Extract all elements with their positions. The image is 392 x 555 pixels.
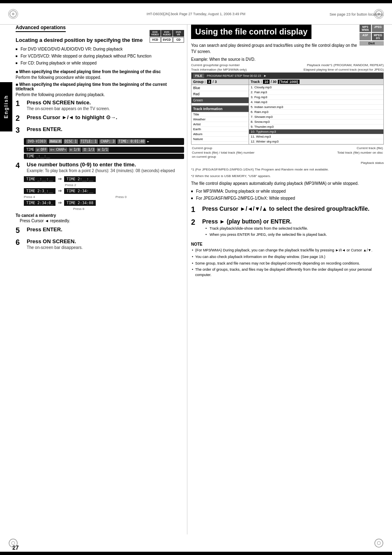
group-total: 3 — [215, 80, 217, 84]
disc-type-list: For DVD VIDEO/DVD AUDIO/DVD VR: During p… — [16, 46, 184, 66]
press-label-2a: Press 4 — [24, 195, 35, 199]
divx-badge: DivX — [360, 41, 384, 46]
step-5-title: Press ENTER. — [27, 226, 184, 233]
display-bottom-labels: Current group Current track (file) — [191, 146, 384, 150]
note-list: (For MP3/WMA) During playback, you can c… — [191, 248, 384, 277]
fcd-group-panel: Group : 3 / 3 Blue Red Green Track Infor… — [191, 79, 249, 144]
step-6: 6 Press ON SCREEN. The on-screen bar dis… — [16, 238, 184, 250]
track-header: Track : 10 / 30 (Total 1000) — [249, 79, 383, 85]
note-2: You can also check playback information … — [191, 254, 384, 260]
left-column: Advanced operations Locating a desired p… — [16, 25, 184, 253]
misentry-desc: Press Cursor ◄ repeatedly. — [20, 219, 184, 223]
time-to-2: TIME 2:34:__ — [64, 188, 96, 194]
track-1: 1. Cloudy.mp3 — [249, 85, 383, 90]
file-control-intro: You can search and play desired groups a… — [191, 42, 384, 55]
step-3: 3 Press ENTER. — [16, 126, 184, 135]
osd-time-label: TIME — [26, 148, 34, 152]
group-label: Current group/total group number — [191, 63, 240, 67]
track-8: 8. Snow.mp3 — [249, 120, 383, 124]
cd-bullet: For CD: During playback or while stopped — [16, 60, 184, 66]
big-step-2: 2 Press ► (play button) or ENTER. Track … — [191, 218, 384, 238]
time-from-2: TIME 2:3_:__ — [24, 188, 55, 194]
time-example-2: TIME 2:3_:__ ⇒ TIME 2:34:__ — [24, 188, 184, 194]
group-item-red: Red — [191, 91, 249, 97]
auto-display-text: The file control display appears automat… — [191, 180, 384, 187]
file-control-display: FILE PROGRAM REPEAT STEP Time 00:02:15 ►… — [191, 72, 384, 145]
big-step-1: 1 Press Cursor ►/◄/▼/▲ to select the des… — [191, 205, 384, 214]
track-header-text: Track : — [251, 80, 262, 84]
dvd-video-badge: DVDVIDEO — [150, 30, 161, 37]
svg-point-4 — [9, 539, 17, 547]
elapsed-title-title: ■ When specifying the elapsed playing ti… — [16, 82, 184, 91]
track-10: 10. Typhoon.mp3 — [249, 129, 383, 134]
time-example-1: TIME _:__:__ ⇒ TIME 2:__:__ — [24, 176, 184, 182]
cd-badge: CD — [173, 37, 184, 43]
press-label-3: Press 8 — [73, 207, 184, 211]
file-control-title: Using the file control display — [191, 25, 311, 39]
step-1-number: 1 — [16, 99, 24, 108]
page-container: IHT-D6030[JN].book Page 27 Tuesday, Augu… — [0, 0, 392, 555]
note-title: NOTE — [191, 242, 384, 246]
step-4-desc: Example: To play back from a point 2 (ho… — [27, 168, 184, 173]
svg-point-7 — [377, 541, 380, 545]
fcd-top-bar: FILE PROGRAM REPEAT STEP Time 00:02:15 ► — [191, 73, 383, 79]
sub-bullet-2: When you press ENTER for JPEG, only the … — [205, 232, 383, 237]
step-5-number: 5 — [16, 226, 24, 235]
corner-dec-bottom-left — [8, 538, 18, 549]
playback-mode-label: Playback mode*1 (PROGRAM, RANDOM, REPEAT… — [307, 63, 384, 67]
big-step-2-title: Press ► (play button) or ENTER. — [202, 218, 383, 225]
osd-baby: Baby D — [49, 139, 62, 143]
step-2-number: 2 — [16, 114, 24, 123]
total-track-disc-label: Total track (file) number on disc — [337, 151, 383, 159]
step-1-desc: The on-screen bar appears on the TV scre… — [27, 106, 184, 111]
column-divider — [187, 25, 187, 534]
playback-status-label: Playback status — [191, 161, 384, 165]
track-12: 12. Winter sky.mp3 — [249, 139, 383, 144]
track-7: 7. Shower.mp3 — [249, 115, 383, 120]
track-info-label: Track information (for MP3/WMA only) — [191, 68, 247, 71]
misentry-title: To cancel a misentry — [16, 213, 184, 218]
top-border — [0, 0, 392, 3]
current-group-bottom: Current group — [192, 146, 212, 150]
track-total: (Total 1000) — [278, 80, 300, 84]
track-11: 11. Wind.mp3 — [249, 134, 383, 139]
vcd-bullet: For VCD/SVCD: While stopped or during pl… — [16, 53, 184, 59]
elapsed-title-section: ■ When specifying the elapsed playing ti… — [16, 82, 184, 97]
dvd-bullet: For DVD VIDEO/DVD AUDIO/DVD VR: During p… — [16, 46, 184, 52]
step-3-title: Press ENTER. — [27, 126, 184, 132]
track-9: 9. Thunder.mp3 — [249, 124, 383, 129]
mp3-bullet: For MP3/WMA: During playback or while st… — [191, 189, 384, 194]
track-current: 10 — [263, 80, 269, 84]
big-step-2-number: 2 — [191, 218, 199, 227]
jpeg-bullet: For JPEG/ASF/MPEG-2/MPEG-1/DivX: While s… — [191, 196, 384, 201]
osd-chap: CHAP: 3 — [99, 139, 116, 144]
track-sep: / 30 — [271, 80, 277, 84]
footnote-2: *2 When the source is USB MEMORY, "USB" … — [191, 173, 384, 178]
press-label-1: Press 2 — [65, 183, 184, 187]
play-icon: ► — [263, 74, 267, 78]
big-step-2-subbullets: Track playback/slide-show starts from th… — [202, 226, 383, 237]
time-examples: TIME _:__:__ ⇒ TIME 2:__:__ Press 2 TIME… — [24, 176, 184, 211]
svcd-badge: SVCD — [161, 37, 172, 43]
program-bar: PROGRAM REPEAT STEP Time 00:02:15 — [207, 74, 261, 77]
display-bottom-labels-2: Current track (file) / total track (file… — [191, 151, 384, 159]
step-2: 2 Press Cursor ►/◄ to highlight ⊙→. — [16, 114, 184, 123]
current-track-bottom: Current track (file) — [357, 146, 383, 150]
step-5: 5 Press ENTER. — [16, 226, 184, 235]
osd-bar-2: TIME ↺ OFF ⊙→ CHAP→ ⊙ 1/8 ☰ 1/3 ⊞ 1/1 — [24, 147, 184, 153]
step-4-number: 4 — [16, 161, 24, 170]
group-current: 3 — [207, 80, 212, 84]
track-info-album: Album — [191, 132, 249, 137]
press-label-2b: Press 0 — [115, 195, 127, 199]
current-track-total-label: Current track (file) / total track (file… — [192, 151, 258, 159]
elapsed-disc-section: ■ When specifying the elapsed playing ti… — [16, 69, 184, 80]
time-from-3: TIME 2:34:0_ — [24, 200, 55, 206]
track-2: 2. Fair.mp3 — [249, 90, 383, 95]
format-badges: DVDVIDEO DVDAUDIO DVDVR VCD SVCD CD — [150, 30, 184, 43]
format-bullets: For MP3/WMA: During playback or while st… — [191, 189, 384, 201]
osd-angle: ⊞ 1/1 — [97, 147, 109, 152]
media-type-badges: MP3WMA JPEG ASF MPEG2/1 DivX — [360, 25, 384, 46]
elapsed-title-desc: Perform the following procedure during p… — [16, 92, 184, 97]
osd-play-icon: ► — [147, 140, 149, 143]
osd-cycle: ↺ OFF — [35, 147, 48, 152]
